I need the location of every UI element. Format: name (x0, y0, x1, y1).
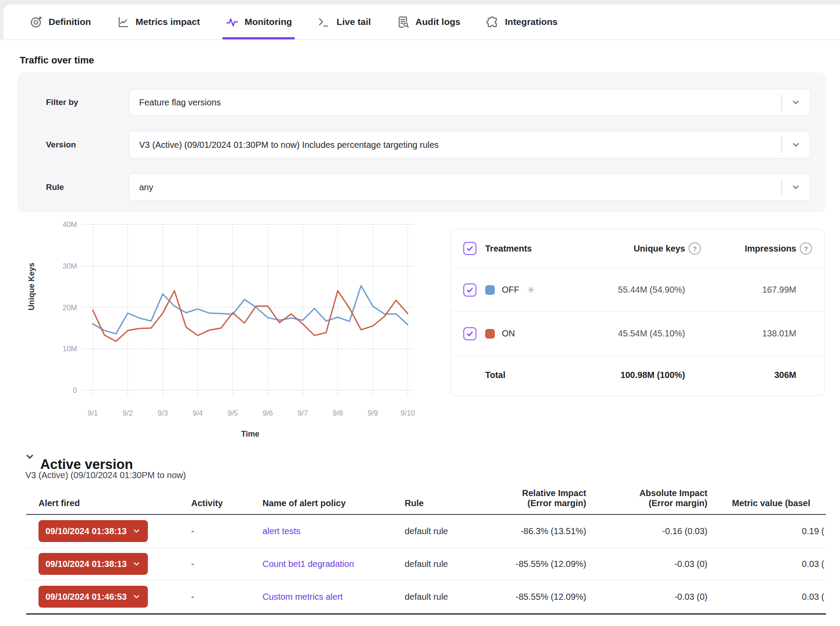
treatment-name: ON (502, 329, 515, 339)
absolute-impact-value: -0.16 (0.03) (586, 526, 707, 536)
tab-metrics-impact[interactable]: Metrics impact (104, 4, 213, 39)
traffic-over-time-chart: 010M20M30M40M9/19/29/39/49/59/69/79/89/9… (13, 217, 420, 446)
rule-value: default rule (405, 526, 503, 536)
svg-text:9/6: 9/6 (262, 409, 273, 417)
audit-logs-icon (396, 15, 410, 29)
version-label: Version (46, 131, 76, 158)
metric-value-header: Metric value (basel (707, 498, 826, 508)
frozen-snowflake-icon: ✳ (527, 285, 535, 295)
relative-impact-header: Relative Impact (Error margin) (503, 488, 586, 508)
tab-label: Audit logs (416, 17, 461, 27)
off-impressions-value: 167.99M (701, 285, 796, 295)
off-series-swatch (485, 285, 495, 295)
alert-fired-header: Alert fired (38, 498, 191, 508)
version-select[interactable]: V3 (Active) (09/01/2024 01:30PM to now) … (129, 131, 810, 158)
on-checkbox[interactable] (463, 327, 476, 340)
rule-header: Rule (405, 498, 503, 508)
svg-text:30M: 30M (63, 262, 77, 270)
chevron-down-icon[interactable] (782, 98, 810, 107)
y-axis-label: Unique Keys (27, 262, 36, 310)
active-version-subtitle: V3 (Active) (09/10/2024 01:30PM to now) (25, 470, 186, 480)
alert-policy-link[interactable]: alert tests (262, 526, 301, 536)
alert-policy-link[interactable]: Count bet1 degradation (262, 559, 354, 569)
absolute-impact-value: -0.03 (0) (586, 559, 707, 569)
alert-row: 09/10/2024 01:38:13 - Count bet1 degrada… (26, 548, 826, 581)
filter-by-label: Filter by (46, 89, 78, 116)
svg-text:10M: 10M (63, 345, 77, 353)
impressions-column-header: Impressions (701, 244, 796, 254)
alert-fired-button[interactable]: 09/10/2024 01:38:13 (38, 553, 148, 575)
tab-label: Live tail (336, 17, 371, 27)
metrics-chart-icon (116, 15, 130, 29)
unique-keys-column-header: Unique keys (584, 244, 685, 254)
treatments-total-row: Total 100.98M (100%) 306M (451, 355, 824, 395)
rule-value: any (130, 182, 781, 192)
svg-text:9/1: 9/1 (88, 409, 98, 417)
impressions-help-icon[interactable]: ? (800, 242, 812, 255)
puzzle-icon (486, 15, 499, 29)
rule-value: default rule (405, 559, 503, 569)
activity-header: Activity (191, 498, 262, 508)
alert-fired-button[interactable]: 09/10/2024 01:38:13 (38, 520, 148, 542)
svg-text:9/2: 9/2 (122, 409, 133, 417)
tab-audit-logs[interactable]: Audit logs (384, 4, 473, 39)
svg-text:9/4: 9/4 (192, 409, 203, 417)
chevron-down-icon[interactable] (782, 182, 810, 192)
off-unique-keys-value: 55.44M (54.90%) (584, 285, 685, 295)
version-row: Version V3 (Active) (09/01/2024 01:30PM … (18, 131, 826, 158)
chevron-down-icon[interactable] (782, 140, 810, 150)
svg-text:40M: 40M (63, 220, 77, 229)
unique-keys-help-icon[interactable]: ? (689, 242, 701, 255)
chevron-down-icon (132, 527, 141, 535)
tab-bar: Definition Metrics impact Monitoring Liv… (4, 4, 840, 40)
rule-row: Rule any (18, 174, 826, 201)
off-checkbox[interactable] (463, 283, 476, 297)
tab-label: Metrics impact (136, 17, 200, 27)
alert-fired-button[interactable]: 09/10/2024 01:46:53 (38, 586, 148, 608)
select-all-checkbox[interactable] (463, 242, 476, 255)
chart-gridlines (82, 224, 415, 397)
absolute-impact-value: -0.03 (0) (586, 592, 707, 602)
activity-value: - (191, 526, 262, 536)
tab-definition[interactable]: Definition (17, 4, 104, 39)
topbar-background: Definition Metrics impact Monitoring Liv… (0, 0, 840, 40)
rule-select[interactable]: any (129, 174, 810, 201)
alerts-header-row: Alert fired Activity Name of alert polic… (26, 485, 826, 515)
tab-label: Definition (49, 17, 91, 27)
on-series-swatch (485, 329, 495, 339)
absolute-impact-header: Absolute Impact (Error margin) (586, 488, 707, 508)
total-unique-keys-value: 100.98M (100%) (584, 370, 685, 380)
relative-impact-value: -85.55% (12.09%) (503, 559, 586, 569)
terminal-icon (317, 15, 331, 29)
metric-value: 0.03 ( (707, 592, 826, 602)
filter-panel: Filter by Feature flag versions Version … (18, 72, 826, 212)
alert-row: 09/10/2024 01:38:13 - alert tests defaul… (26, 515, 826, 548)
filter-by-select[interactable]: Feature flag versions (129, 89, 810, 116)
activity-value: - (191, 592, 262, 602)
on-impressions-value: 138.01M (701, 329, 796, 339)
total-impressions-value: 306M (701, 370, 796, 380)
treatment-name: OFF (502, 285, 519, 295)
alert-row: 09/10/2024 01:46:53 - Custom metrics ale… (26, 581, 826, 613)
rule-label: Rule (46, 174, 64, 201)
tab-label: Monitoring (245, 17, 292, 27)
x-axis-label: Time (241, 430, 259, 438)
tab-monitoring[interactable]: Monitoring (213, 4, 304, 39)
treatments-header-row: Treatments Unique keys ? Impressions ? (451, 229, 824, 268)
page-title: Traffic over time (20, 55, 94, 66)
rule-value: default rule (405, 592, 503, 602)
activity-value: - (191, 559, 262, 569)
alerts-table: Alert fired Activity Name of alert polic… (26, 485, 826, 615)
policy-header: Name of alert policy (262, 498, 405, 508)
on-unique-keys-value: 45.54M (45.10%) (584, 329, 685, 339)
treatments-panel: Treatments Unique keys ? Impressions ? O… (451, 229, 825, 396)
active-version-collapse-chevron-icon[interactable] (24, 451, 35, 464)
svg-text:9/9: 9/9 (368, 409, 378, 417)
tab-live-tail[interactable]: Live tail (304, 4, 383, 39)
metric-value: 0.19 ( (707, 526, 826, 536)
treatment-row-on: ON 45.54M (45.10%) 138.01M (451, 311, 824, 355)
tab-label: Integrations (505, 17, 557, 27)
chevron-down-icon (132, 560, 141, 568)
alert-policy-link[interactable]: Custom metrics alert (262, 592, 343, 602)
tab-integrations[interactable]: Integrations (473, 4, 570, 39)
